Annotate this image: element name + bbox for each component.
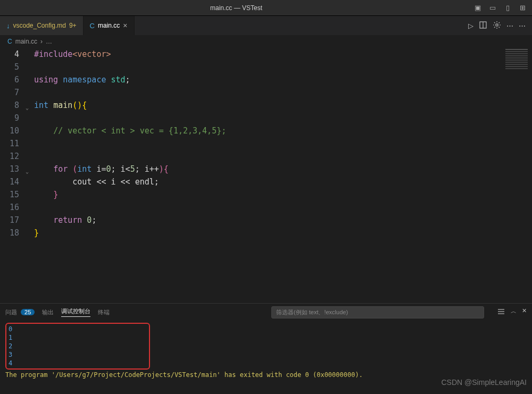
line-number: 12	[0, 150, 19, 163]
program-output-box: 01234	[5, 323, 150, 370]
cpp-file-icon: C	[90, 22, 95, 30]
line-number: 6	[0, 73, 19, 86]
code-line[interactable]	[34, 86, 226, 99]
line-number: 18	[0, 227, 19, 239]
split-editor-icon[interactable]	[479, 21, 487, 31]
layout-secondary-sidebar-icon[interactable]: ▯	[502, 4, 513, 12]
more-icon[interactable]: ⋯	[519, 22, 526, 30]
svg-point-2	[496, 23, 498, 26]
code-line[interactable]	[34, 112, 226, 124]
breadcrumb-bar[interactable]: C main.cc › …	[0, 35, 532, 48]
minimap[interactable]	[503, 48, 530, 70]
code-editor[interactable]: 456789101112131415161718 #include<vector…	[0, 48, 532, 303]
code-line[interactable]: }	[34, 227, 226, 239]
fold-chevron-icon[interactable]: ⌄	[26, 102, 29, 114]
tab-main-cc[interactable]: C main.cc ×	[84, 16, 135, 35]
console-output-line: 0	[9, 325, 147, 333]
fold-chevron-icon[interactable]: ⌄	[26, 165, 29, 178]
panel-tabs: 问题 25 输出 调试控制台 终端 筛选器(例如 text、!exclude) …	[0, 304, 532, 321]
line-number: 16	[0, 201, 19, 214]
code-line[interactable]: using namespace std;	[34, 73, 226, 86]
tab-label: vscode_Config.md	[13, 22, 66, 29]
close-panel-icon[interactable]: ✕	[522, 307, 527, 317]
panel-action-icons: ︿ ✕	[497, 307, 527, 317]
breadcrumb-separator-icon: ›	[40, 38, 43, 45]
layout-customize-icon[interactable]: ⊞	[517, 4, 528, 12]
collapse-panel-icon[interactable]: ︿	[511, 307, 517, 317]
problems-count-badge: 25	[21, 309, 35, 315]
layout-panel-icon[interactable]: ▭	[487, 4, 498, 12]
bottom-panel: 问题 25 输出 调试控制台 终端 筛选器(例如 text、!exclude) …	[0, 303, 532, 393]
code-line[interactable]: // vector < int > vec = {1,2,3,4,5};	[34, 124, 226, 137]
panel-tab-problems[interactable]: 问题 25	[5, 308, 35, 316]
tab-vscode-config[interactable]: ↓ vscode_Config.md 9+	[0, 16, 84, 35]
line-number: 15	[0, 188, 19, 201]
code-line[interactable]: #include<vector>	[34, 48, 226, 61]
code-line[interactable]: return 0;	[34, 214, 226, 227]
run-icon[interactable]: ▷	[468, 22, 473, 30]
panel-tab-debug-console[interactable]: 调试控制台	[61, 307, 90, 317]
code-line[interactable]	[34, 61, 226, 73]
tab-dirty-count: 9+	[69, 22, 77, 29]
code-line[interactable]: int main(){	[34, 99, 226, 112]
line-number: 8	[0, 99, 19, 112]
titlebar-layout-icons: ▣ ▭ ▯ ⊞	[472, 4, 532, 12]
line-number: 5	[0, 61, 19, 73]
window-title: main.cc — VSTest	[0, 4, 472, 12]
breadcrumb-more[interactable]: …	[46, 38, 52, 45]
code-content[interactable]: #include<vector>using namespace std;int …	[34, 48, 226, 239]
line-number: 14	[0, 175, 19, 188]
console-output-line: 2	[9, 342, 147, 350]
debug-console-output[interactable]: 01234 The program '/Users/g7/Project/Cod…	[0, 321, 532, 390]
tab-label: main.cc	[98, 22, 120, 29]
line-number: 10	[0, 124, 19, 137]
panel-tab-output[interactable]: 输出	[42, 308, 54, 316]
tab-actions: ▷ ⋯ ⋯	[468, 16, 532, 35]
console-output-line: 4	[9, 359, 147, 367]
filter-settings-icon[interactable]	[497, 307, 505, 317]
close-tab-icon[interactable]: ×	[123, 21, 127, 30]
console-output-line: 1	[9, 333, 147, 342]
line-number: 7	[0, 86, 19, 99]
line-number: 13	[0, 163, 19, 175]
code-line[interactable]	[34, 137, 226, 150]
console-output-line: 3	[9, 350, 147, 359]
console-filter-input[interactable]: 筛选器(例如 text、!exclude)	[271, 306, 484, 318]
line-number: 9	[0, 112, 19, 124]
breadcrumb-file[interactable]: main.cc	[15, 38, 37, 45]
markdown-file-icon: ↓	[6, 22, 10, 30]
watermark-text: CSDN @SimpleLearingAI	[442, 378, 527, 387]
editor-tabs: ↓ vscode_Config.md 9+ C main.cc × ▷ ⋯ ⋯	[0, 16, 532, 35]
code-line[interactable]	[34, 201, 226, 214]
line-number: 17	[0, 214, 19, 227]
editor-more-actions-icon[interactable]: ⋯	[506, 22, 513, 30]
code-line[interactable]: }	[34, 188, 226, 201]
layout-primary-sidebar-icon[interactable]: ▣	[472, 4, 483, 12]
line-number: 11	[0, 137, 19, 150]
code-line[interactable]: cout << i << endl;	[34, 175, 226, 188]
gear-icon[interactable]	[493, 21, 501, 31]
code-line[interactable]: for (int i=0; i<5; i++){	[34, 163, 226, 175]
line-number-gutter: 456789101112131415161718	[0, 48, 26, 239]
panel-tab-label: 问题	[5, 309, 17, 315]
code-line[interactable]	[34, 150, 226, 163]
cpp-file-icon: C	[7, 38, 12, 45]
titlebar: main.cc — VSTest ▣ ▭ ▯ ⊞	[0, 0, 532, 16]
panel-tab-terminal[interactable]: 终端	[98, 308, 110, 316]
line-number: 4	[0, 48, 19, 61]
